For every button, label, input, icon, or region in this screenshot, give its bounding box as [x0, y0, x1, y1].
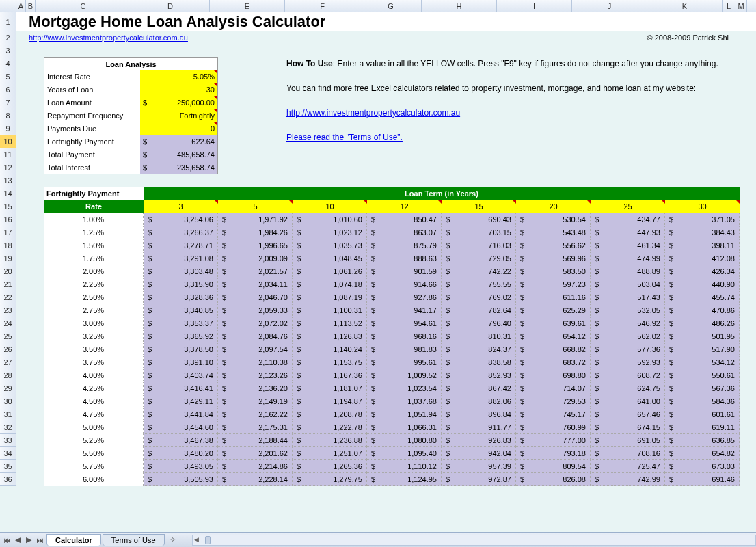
rate-cell: 1.75% — [44, 252, 144, 265]
terms-link[interactable]: Please read the "Terms of Use". — [286, 133, 403, 142]
col-header-E[interactable]: E — [210, 0, 285, 12]
payment-cell: $636.85 — [665, 434, 740, 447]
payment-cell: $434.77 — [591, 213, 665, 226]
payment-cell: $911.77 — [442, 421, 516, 434]
payment-cell: $3,441.84 — [144, 408, 218, 421]
payment-cell: $534.12 — [665, 356, 740, 369]
payment-cell: $654.82 — [665, 447, 740, 460]
row-header-18[interactable]: 18 — [0, 239, 16, 252]
row-header-29[interactable]: 29 — [0, 382, 16, 395]
tab-terms[interactable]: Terms of Use — [103, 534, 165, 546]
select-all-corner[interactable] — [0, 0, 16, 12]
col-header-A[interactable]: A — [16, 0, 26, 12]
payment-cell: $3,429.11 — [144, 395, 218, 408]
payment-cell: $1,153.75 — [293, 356, 367, 369]
payment-cell: $1,279.75 — [293, 473, 367, 486]
la-value[interactable]: $250,000.00 — [140, 96, 217, 109]
row-header-30[interactable]: 30 — [0, 395, 16, 408]
row-header-28[interactable]: 28 — [0, 369, 16, 382]
payment-cell: $1,023.12 — [293, 226, 367, 239]
payment-cell: $957.39 — [442, 460, 516, 473]
rate-cell: 5.00% — [44, 421, 144, 434]
row-header-32[interactable]: 32 — [0, 421, 16, 434]
row-header-5[interactable]: 5 — [0, 70, 16, 83]
first-sheet-icon[interactable]: ⏮ — [1, 534, 12, 546]
row-header-16[interactable]: 16 — [0, 213, 16, 226]
term-header: 5 — [218, 200, 293, 213]
payment-cell: $1,051.94 — [367, 408, 442, 421]
row-header-34[interactable]: 34 — [0, 447, 16, 460]
prev-sheet-icon[interactable]: ◀ — [12, 534, 23, 546]
col-header-J[interactable]: J — [572, 0, 647, 12]
copyright-text: © 2008-2009 Patrick Shi — [647, 31, 729, 44]
row-header-10[interactable]: 10 — [0, 135, 16, 148]
payment-cell: $556.62 — [516, 239, 591, 252]
payment-cell: $3,278.71 — [144, 239, 218, 252]
row-header-4[interactable]: 4 — [0, 57, 16, 70]
tab-calculator[interactable]: Calculator — [46, 534, 101, 546]
row-header-6[interactable]: 6 — [0, 83, 16, 96]
row-header-33[interactable]: 33 — [0, 434, 16, 447]
row-header-21[interactable]: 21 — [0, 278, 16, 291]
scroll-thumb[interactable] — [205, 536, 211, 544]
row-header-26[interactable]: 26 — [0, 343, 16, 356]
next-sheet-icon[interactable]: ▶ — [23, 534, 34, 546]
payment-cell: $2,228.14 — [218, 473, 293, 486]
row-header-36[interactable]: 36 — [0, 473, 16, 486]
row-header-20[interactable]: 20 — [0, 265, 16, 278]
row-header-14[interactable]: 14 — [0, 187, 16, 200]
payment-cell: $769.02 — [442, 291, 516, 304]
payment-cell: $583.50 — [516, 265, 591, 278]
col-header-K[interactable]: K — [647, 0, 723, 12]
payment-cell: $777.00 — [516, 434, 591, 447]
row-header-22[interactable]: 22 — [0, 291, 16, 304]
horizontal-scrollbar[interactable]: ◀ — [192, 535, 756, 546]
payment-cell: $3,391.10 — [144, 356, 218, 369]
website-link[interactable]: http://www.investmentpropertycalculator.… — [29, 31, 188, 44]
row-header-25[interactable]: 25 — [0, 330, 16, 343]
row-header-11[interactable]: 11 — [0, 148, 16, 161]
col-header-L[interactable]: L — [723, 0, 735, 12]
row-header-13[interactable]: 13 — [0, 174, 16, 187]
rate-cell: 4.75% — [44, 408, 144, 421]
col-header-D[interactable]: D — [131, 0, 210, 12]
col-header-H[interactable]: H — [422, 0, 497, 12]
payment-cell: $3,480.20 — [144, 447, 218, 460]
row-header-1[interactable]: 1 — [0, 12, 16, 31]
row-header-15[interactable]: 15 — [0, 200, 16, 213]
row-header-17[interactable]: 17 — [0, 226, 16, 239]
payment-cell: $716.03 — [442, 239, 516, 252]
col-header-C[interactable]: C — [36, 0, 131, 12]
col-header-G[interactable]: G — [360, 0, 422, 12]
row-header-27[interactable]: 27 — [0, 356, 16, 369]
payment-cell: $2,110.38 — [218, 356, 293, 369]
row-header-35[interactable]: 35 — [0, 460, 16, 473]
howto-link[interactable]: http://www.investmentpropertycalculator.… — [286, 108, 460, 118]
row-header-3[interactable]: 3 — [0, 44, 16, 57]
row-header-9[interactable]: 9 — [0, 122, 16, 135]
col-header-I[interactable]: I — [497, 0, 572, 12]
row-header-8[interactable]: 8 — [0, 109, 16, 122]
row-header-31[interactable]: 31 — [0, 408, 16, 421]
row-header-24[interactable]: 24 — [0, 317, 16, 330]
payment-cell: $2,021.57 — [218, 265, 293, 278]
payment-cell: $1,265.36 — [293, 460, 367, 473]
row-header-23[interactable]: 23 — [0, 304, 16, 317]
payment-cell: $972.87 — [442, 473, 516, 486]
la-value[interactable]: Fortnightly — [140, 109, 217, 122]
payment-cell: $691.05 — [591, 434, 665, 447]
row-header-19[interactable]: 19 — [0, 252, 16, 265]
row-header-12[interactable]: 12 — [0, 161, 16, 174]
new-sheet-icon[interactable]: ✧ — [167, 534, 178, 546]
payment-cell: $562.02 — [591, 330, 665, 343]
last-sheet-icon[interactable]: ⏭ — [34, 534, 45, 546]
col-header-B[interactable]: B — [26, 0, 36, 12]
col-header-F[interactable]: F — [285, 0, 360, 12]
row-header-2[interactable]: 2 — [0, 31, 16, 44]
row-header-7[interactable]: 7 — [0, 96, 16, 109]
payment-cell: $1,124.95 — [367, 473, 442, 486]
la-value[interactable]: 30 — [140, 83, 217, 96]
col-header-M[interactable]: M — [735, 0, 747, 12]
la-value[interactable]: 5.05% — [140, 70, 217, 83]
la-value[interactable]: 0 — [140, 122, 217, 135]
